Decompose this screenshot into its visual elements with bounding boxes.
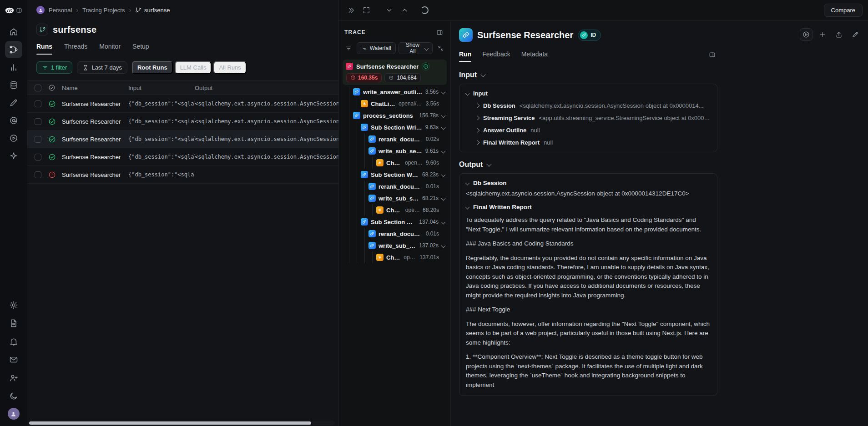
user-avatar[interactable] <box>8 408 20 420</box>
chevron-right-icon[interactable] <box>475 116 480 120</box>
input-field-row[interactable]: Db Session<sqlalchemy.ext.asyncio.sessio… <box>466 102 711 109</box>
trace-panel-toggle-icon[interactable] <box>434 27 445 38</box>
run-type-llm-calls[interactable]: LLM Calls <box>175 61 212 74</box>
breadcrumb-item[interactable]: Personal <box>49 7 72 14</box>
chevron-down-icon[interactable] <box>441 113 446 118</box>
input-field-row[interactable]: Answer Outlinenull <box>466 127 711 134</box>
column-name[interactable]: Name <box>62 85 128 91</box>
share-icon[interactable] <box>833 28 845 41</box>
table-row[interactable]: Surfsense Researcher{"db_session":"<sqla… <box>27 113 338 130</box>
trace-filter-icon[interactable] <box>343 43 354 54</box>
sidebar-item-dashboards[interactable] <box>5 59 22 76</box>
output-report-row[interactable]: Final Written Report <box>466 204 711 210</box>
trace-node[interactable]: write_answer_outline3.56s <box>341 86 449 98</box>
table-row[interactable]: Surfsense Researcher{"db_session":"<sqla… <box>27 166 338 184</box>
trace-node[interactable]: rerank_documents0.01s <box>341 228 449 240</box>
row-checkbox[interactable] <box>35 100 41 107</box>
input-field-row[interactable]: Final Written Reportnull <box>466 139 711 146</box>
run-name[interactable]: Surfsense Researcher <box>62 100 128 107</box>
tab-setup[interactable]: Setup <box>132 43 149 55</box>
sidebar-item-datasets[interactable] <box>5 76 22 94</box>
output-db-session-row[interactable]: Db Session <box>466 180 711 186</box>
sidebar-item-notifications[interactable] <box>5 333 22 350</box>
trace-node[interactable]: Chat...open...68.20s <box>341 204 449 216</box>
chevron-down-icon[interactable] <box>441 90 446 94</box>
sidebar-item-docs[interactable] <box>5 315 22 332</box>
trace-node[interactable]: Chat...openai...9.60s <box>341 157 449 169</box>
column-input[interactable]: Input <box>128 85 195 91</box>
trace-node[interactable]: Chat...open...137.01s <box>341 251 449 263</box>
compare-button[interactable]: Compare <box>824 4 863 17</box>
sidebar-item-settings[interactable] <box>5 296 22 314</box>
chevron-down-icon[interactable] <box>441 125 446 130</box>
run-type-root-runs[interactable]: Root Runs <box>132 61 173 74</box>
trace-node[interactable]: write_sub_sec...68.21s <box>341 192 449 204</box>
trace-node[interactable]: process_sections156.78s <box>341 110 449 121</box>
trace-node[interactable]: Sub Section Wri...137.04s <box>341 216 449 228</box>
trace-node[interactable]: Sub Section Writer9.63s <box>341 121 449 133</box>
sidebar-item-feedback[interactable] <box>5 351 22 368</box>
sidebar-item-prompts[interactable] <box>5 112 22 129</box>
trace-node[interactable]: write_sub_secti...9.61s <box>341 145 449 157</box>
run-name[interactable]: Surfsense Researcher <box>62 136 128 143</box>
app-logo[interactable] <box>5 5 15 15</box>
output-section-header[interactable]: Output <box>459 160 717 169</box>
horizontal-scrollbar[interactable] <box>28 421 335 425</box>
trace-node[interactable]: rerank_documents0.02s <box>341 133 449 145</box>
tab-threads[interactable]: Threads <box>64 43 87 55</box>
column-output[interactable]: Output <box>195 85 338 91</box>
trace-node[interactable]: write_sub_se...137.02s <box>341 240 449 251</box>
fullscreen-icon[interactable] <box>360 4 373 17</box>
next-run-icon[interactable] <box>398 4 411 17</box>
sidebar-item-annotation[interactable] <box>5 94 22 111</box>
row-checkbox[interactable] <box>35 171 41 178</box>
run-id-badge[interactable]: ID <box>578 30 601 41</box>
detail-panel-toggle-icon[interactable] <box>707 49 717 60</box>
sidebar-item-dark-mode[interactable] <box>5 387 22 405</box>
breadcrumb-item[interactable]: Tracing Projects <box>82 7 125 14</box>
collapse-tree-icon[interactable] <box>435 43 446 54</box>
chevron-right-icon[interactable] <box>475 140 480 145</box>
collapse-panel-icon[interactable] <box>344 4 357 17</box>
workspace-avatar[interactable] <box>36 6 45 14</box>
sidebar-collapse-icon[interactable] <box>16 7 22 14</box>
prev-run-icon[interactable] <box>383 4 395 17</box>
input-root-row[interactable]: Input <box>466 90 711 97</box>
run-type-all-runs[interactable]: All Runs <box>213 61 246 74</box>
run-name[interactable]: Surfsense Researcher <box>62 118 128 125</box>
tab-monitor[interactable]: Monitor <box>99 43 121 55</box>
detail-tab-metadata[interactable]: Metadata <box>521 50 548 62</box>
table-row[interactable]: Surfsense Researcher{"db_session":"<sqla… <box>27 95 338 113</box>
run-name[interactable]: Surfsense Researcher <box>62 171 128 178</box>
sidebar-item-playground[interactable] <box>5 130 22 147</box>
show-all-dropdown[interactable]: Show All <box>399 42 433 54</box>
open-in-playground-icon[interactable] <box>800 28 812 41</box>
chevron-down-icon[interactable] <box>441 196 446 200</box>
breadcrumb-item[interactable]: surfsense <box>135 7 170 14</box>
select-all-checkbox[interactable] <box>35 85 41 91</box>
chevron-right-icon[interactable] <box>475 104 480 108</box>
sidebar-item-deployments[interactable] <box>5 147 22 165</box>
trace-node[interactable]: Sub Section Writer68.23s <box>341 169 449 180</box>
trace-node[interactable]: rerank_documents0.01s <box>341 180 449 192</box>
detail-tab-feedback[interactable]: Feedback <box>482 50 510 62</box>
chevron-down-icon[interactable] <box>441 243 446 248</box>
sidebar-item-tracing[interactable] <box>5 41 22 58</box>
chevron-down-icon[interactable] <box>441 220 446 224</box>
row-checkbox[interactable] <box>35 118 41 125</box>
chevron-down-icon[interactable] <box>441 149 446 153</box>
trace-node[interactable]: ChatLite...openai/gp...3.56s <box>341 98 449 110</box>
chevron-right-icon[interactable] <box>475 128 480 133</box>
status-column-icon[interactable] <box>48 84 62 91</box>
row-checkbox[interactable] <box>35 136 41 143</box>
input-field-row[interactable]: Streaming Service<app.utils.streaming_se… <box>466 115 711 121</box>
chevron-down-icon[interactable] <box>441 172 446 177</box>
waterfall-button[interactable]: Waterfall <box>357 42 396 54</box>
trace-root-node[interactable]: Surfsense Researcher 160.35s 104,684 <box>343 60 447 85</box>
scrollbar-thumb[interactable] <box>29 421 311 425</box>
sidebar-item-home[interactable] <box>5 23 22 40</box>
detail-tab-run[interactable]: Run <box>459 50 471 62</box>
input-section-header[interactable]: Input <box>459 71 717 79</box>
date-range-button[interactable]: Last 7 days <box>77 61 127 74</box>
table-row[interactable]: Surfsense Researcher{"db_session":"<sqla… <box>27 130 338 148</box>
